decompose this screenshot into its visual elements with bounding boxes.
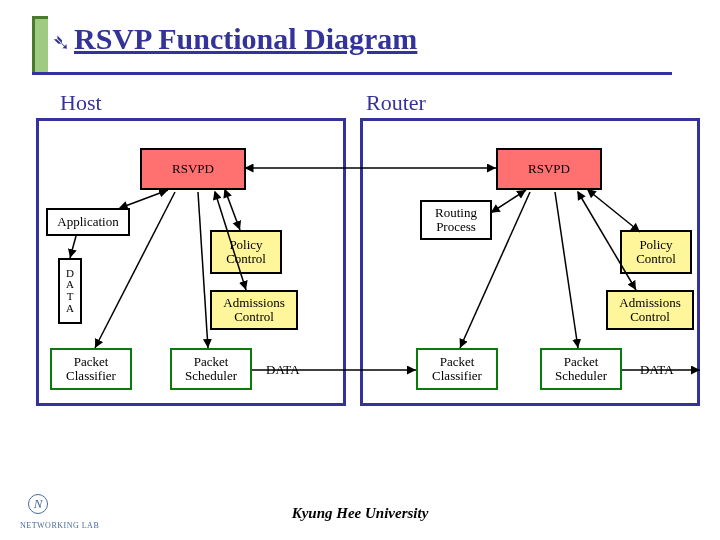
- host-packet-scheduler-box: Packet Scheduler: [170, 348, 252, 390]
- router-packet-classifier-box: Packet Classifier: [416, 348, 498, 390]
- data-a2: A: [66, 303, 74, 315]
- router-label: Router: [366, 90, 426, 116]
- router-policy-box: Policy Control: [620, 230, 692, 274]
- data-column-box: D A T A: [58, 258, 82, 324]
- host-rsvpd-box: RSVPD: [140, 148, 246, 190]
- routing-process-box: Routing Process: [420, 200, 492, 240]
- router-rsvpd-box: RSVPD: [496, 148, 602, 190]
- title-ornament: [32, 16, 48, 72]
- host-admissions-box: Admissions Control: [210, 290, 298, 330]
- host-data-label: DATA: [266, 362, 300, 378]
- title-underline: [32, 72, 672, 75]
- host-label: Host: [60, 90, 102, 116]
- lab-label: NETWORKING LAB: [20, 521, 99, 530]
- application-box: Application: [46, 208, 130, 236]
- router-packet-scheduler-box: Packet Scheduler: [540, 348, 622, 390]
- lab-logo-icon: N: [28, 494, 48, 514]
- bullet-arrow-icon: ➴: [52, 30, 70, 56]
- router-data-label: DATA: [640, 362, 674, 378]
- host-packet-classifier-box: Packet Classifier: [50, 348, 132, 390]
- page-title: RSVP Functional Diagram: [74, 22, 417, 56]
- slide: ➴ RSVP Functional Diagram Host Router RS…: [0, 0, 720, 540]
- footer-university: Kyung Hee University: [0, 505, 720, 522]
- host-policy-box: Policy Control: [210, 230, 282, 274]
- data-t: T: [67, 291, 74, 303]
- router-admissions-box: Admissions Control: [606, 290, 694, 330]
